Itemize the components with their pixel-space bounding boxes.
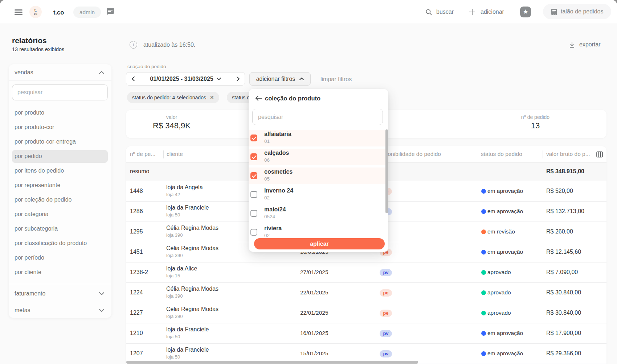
- date-next-button[interactable]: [231, 73, 245, 85]
- sidebar-group-vendas[interactable]: vendas: [15, 66, 106, 79]
- sidebar-item-label: por subcategoria: [15, 226, 58, 232]
- sidebar-item[interactable]: por coleção do pedido: [12, 193, 108, 207]
- menu-icon[interactable]: [15, 9, 23, 16]
- plus-icon[interactable]: [469, 9, 475, 17]
- filter-option-code: 0524: [264, 214, 275, 219]
- date-range-picker: 01/01/2025 - 31/03/2025: [126, 72, 245, 86]
- filter-option-label: maio/24: [264, 206, 286, 213]
- sidebar-item[interactable]: por produto: [12, 106, 108, 120]
- stat-value: 13: [490, 121, 581, 131]
- sidebar-group-faturamento-label: faturamento: [15, 290, 45, 297]
- sidebar-item[interactable]: por representante: [12, 178, 108, 193]
- star-button[interactable]: ★: [520, 7, 531, 17]
- filter-option[interactable]: cosmetics05: [249, 167, 388, 184]
- checkbox-unchecked-icon[interactable]: [250, 229, 257, 236]
- table-row[interactable]: 1224Célia Regina Modasloja 39022/01/2025…: [126, 283, 606, 303]
- info-icon[interactable]: i: [130, 41, 137, 49]
- filter-option[interactable]: alfaiataria01: [249, 130, 388, 146]
- cell-client-store: loja 390: [166, 253, 183, 258]
- filter-panel-title: coleção do produto: [265, 95, 320, 102]
- sidebar-group-faturamento[interactable]: faturamento: [15, 286, 106, 301]
- sidebar-group-metas[interactable]: metas: [15, 303, 106, 318]
- filter-option[interactable]: inverno 2402: [249, 186, 388, 203]
- checkbox-checked-icon[interactable]: [250, 135, 257, 141]
- cell-order-number: 1224: [130, 289, 143, 296]
- add-filters-label: adicionar filtros: [256, 76, 295, 82]
- cell-status: em aprovação: [487, 330, 523, 336]
- brand-logo[interactable]: t. co: [29, 6, 42, 18]
- table-row[interactable]: 1227Célia Regina Modasloja 39022/01/2025…: [126, 303, 606, 323]
- sidebar-card: vendas por produtopor produto-corpor pro…: [9, 64, 111, 318]
- filter-option-code: 02: [264, 195, 270, 200]
- filter-option[interactable]: calçados06: [249, 149, 388, 165]
- export-button[interactable]: exportar: [569, 41, 601, 48]
- status-dot: [481, 209, 486, 214]
- col-header-client[interactable]: cliente: [167, 151, 183, 157]
- cell-status: em aprovação: [487, 188, 523, 194]
- cell-gross-value: R$ 520,00: [546, 188, 573, 194]
- checkbox-unchecked-icon[interactable]: [250, 210, 257, 217]
- cell-creation-date: 27/01/2025: [300, 269, 328, 276]
- sidebar-item[interactable]: por período: [12, 251, 108, 265]
- horizontal-scrollbar[interactable]: [126, 361, 418, 364]
- col-header-order[interactable]: nº de pe...: [130, 151, 155, 157]
- filter-search-input[interactable]: [252, 109, 383, 125]
- sidebar-item[interactable]: por categoria: [12, 207, 108, 222]
- chat-icon[interactable]: [105, 7, 115, 18]
- cell-client-name: Célia Regina Modas: [166, 286, 218, 292]
- stat-label: valor: [126, 114, 217, 120]
- sidebar-item[interactable]: por classificação do produto: [12, 236, 108, 251]
- status-dot: [481, 351, 486, 356]
- filter-option-label: cosmetics: [264, 169, 293, 175]
- sidebar-item[interactable]: por cliente: [12, 265, 108, 280]
- table-row[interactable]: 1210loja da Francieleloja 5016/01/2025pv…: [126, 323, 606, 344]
- search-icon[interactable]: [425, 9, 432, 17]
- add-label[interactable]: adicionar: [481, 9, 504, 15]
- col-header-gross[interactable]: valor bruto do p...: [546, 151, 590, 157]
- col-header-status[interactable]: status do pedido: [481, 151, 522, 157]
- sidebar-item[interactable]: por produto-cor-entrega: [12, 135, 108, 149]
- filter-option-code: 02: [264, 233, 270, 237]
- download-icon: [569, 42, 575, 48]
- filter-option[interactable]: maio/240524: [249, 205, 388, 222]
- date-prev-button[interactable]: [126, 73, 140, 85]
- apply-button[interactable]: aplicar: [254, 238, 385, 249]
- order-pad-button[interactable]: talão de pedidos: [543, 4, 611, 19]
- availability-badge: pv: [380, 269, 392, 276]
- close-icon[interactable]: ✕: [210, 95, 214, 100]
- back-arrow-icon[interactable]: [255, 95, 262, 103]
- sidebar-item[interactable]: por pedido: [12, 149, 108, 164]
- filter-option[interactable]: riviera02: [249, 224, 388, 237]
- panel-scrollbar[interactable]: [385, 129, 388, 213]
- sidebar-item-label: por pedido: [15, 153, 42, 159]
- sidebar-search-input[interactable]: [12, 84, 108, 100]
- cell-order-number: 1448: [130, 188, 143, 194]
- top-bar: t. co t.co admin buscar adicionar ★ talã…: [0, 0, 617, 23]
- cell-gross-value: R$ 29.356,00: [546, 350, 581, 357]
- cell-status: em aprovação: [487, 350, 523, 357]
- add-filters-button[interactable]: adicionar filtros: [249, 72, 311, 86]
- sidebar-item-label: por categoria: [15, 211, 48, 217]
- cell-client-store: loja 50: [166, 212, 180, 218]
- checkbox-unchecked-icon[interactable]: [250, 191, 257, 198]
- clear-filters-button[interactable]: limpar filtros: [320, 76, 352, 83]
- date-range-value[interactable]: 01/01/2025 - 31/03/2025: [140, 73, 231, 85]
- sidebar-item[interactable]: por produto-cor: [12, 120, 108, 135]
- sidebar-item-label: por produto-cor: [15, 124, 54, 130]
- checkbox-checked-icon[interactable]: [250, 172, 257, 179]
- filter-option-code: 06: [264, 157, 270, 163]
- sidebar-item-label: por coleção do pedido: [15, 197, 71, 203]
- cell-status: em revisão: [487, 228, 515, 235]
- table-row[interactable]: 1238-2loja da Aliceloja 1527/01/2025pvap…: [126, 262, 606, 283]
- search-label[interactable]: buscar: [436, 9, 454, 15]
- filter-chip-status[interactable]: status do pedido: 4 selecionados ✕: [127, 92, 219, 103]
- order-pad-label: talão de pedidos: [561, 8, 603, 15]
- checkbox-checked-icon[interactable]: [250, 153, 257, 160]
- cell-status: aprovado: [487, 289, 511, 296]
- sidebar-item[interactable]: por itens do pedido: [12, 164, 108, 178]
- cell-gross-value: R$ 260,00: [546, 228, 573, 235]
- cell-client-name: loja da Franciele: [166, 326, 209, 333]
- sidebar-item[interactable]: por subcategoria: [12, 222, 108, 236]
- columns-icon[interactable]: [596, 151, 603, 158]
- filter-option-code: 01: [264, 138, 270, 144]
